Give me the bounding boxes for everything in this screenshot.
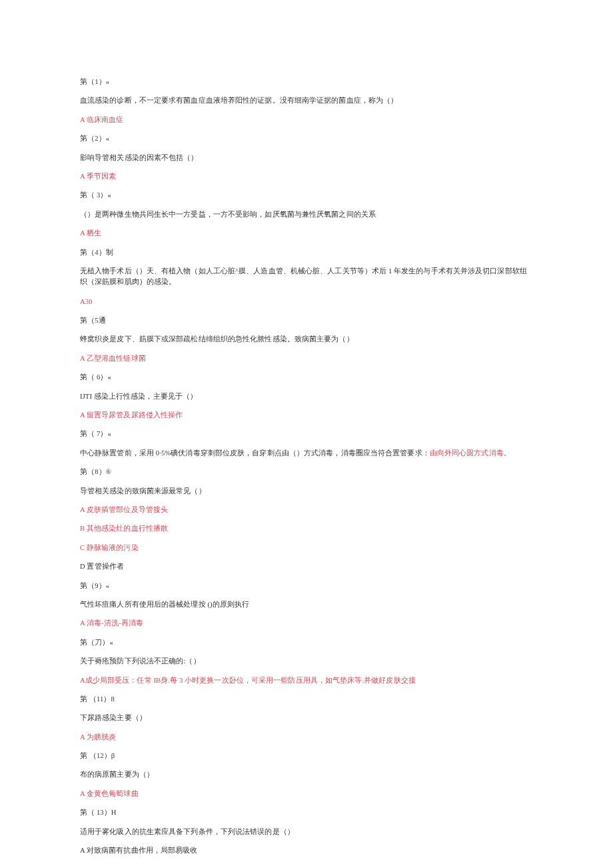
q-header: 第（1）« — [80, 77, 533, 87]
q-header: 第（ 3）« — [80, 190, 533, 201]
q-option: D 置管操作者 — [80, 561, 533, 572]
q-header: 第 （12）β — [80, 751, 533, 761]
q-header: 第（ 6）« — [80, 372, 533, 383]
q-body: 影响导管相关感染的因素不包括（） — [80, 153, 533, 163]
q-header: 第（4）制 — [80, 247, 533, 258]
q-answer: A 为膀胱炎 — [80, 732, 533, 743]
q-header: 第（8）® — [80, 467, 533, 477]
q-answer: A 留置导尿管及尿路侵入性操作 — [80, 410, 533, 421]
q-answer: A 临床南血症 — [80, 115, 533, 125]
q-option: A 皮肤插管部位及导管接头 — [80, 505, 533, 515]
q-answer: A 消毒-清洗-再消毒 — [80, 618, 533, 629]
q-option: B 其他感染灶的血行性播散 — [80, 523, 533, 534]
q-body: 布的病原菌主要为（） — [80, 769, 533, 780]
q-body: 下尿路感染主要（） — [80, 713, 533, 723]
q-answer: A30 — [80, 297, 533, 307]
q-body: 关于褥疮预防下列说法不正确的:（） — [80, 656, 533, 667]
q-body: IJTI 感染上行性感染，主要见于（） — [80, 391, 533, 402]
q-option: A 对致病菌有抗曲作用，局部易吸收 — [80, 845, 533, 856]
q-header: 第（刀）« — [80, 637, 533, 648]
q-header: 第（ 7）« — [80, 429, 533, 439]
q-header: 第（ 13）H — [80, 807, 533, 818]
q-answer: A 乙型溶血性链球菌 — [80, 353, 533, 364]
q-body: 血流感染的诊断，不一定要求有菌血症血液培养阳性的证据。没有细南学证据的菌血症，称… — [80, 95, 533, 106]
q-body: 导管相关感染的致病菌来源最常见（） — [80, 486, 533, 497]
q-header: 第 （11）8 — [80, 694, 533, 705]
q-option: C 静脉输液的污染 — [80, 543, 533, 553]
document-page: 第（1）« 血流感染的诊断，不一定要求有菌血症血液培养阳性的证据。没有细南学证据… — [0, 0, 613, 868]
q-body: 蜂窝织炎是皮下、筋膜下或深部疏松结缔组织的急性化脓性感染。致病菌主要为（） — [80, 334, 533, 345]
q-answer: A 季节因素 — [80, 171, 533, 182]
q-answer: A成少局部受压：任常 IB身.每 3 小时更换一次卧位，可采用一些防压用具，如气… — [80, 675, 533, 686]
q-body-text: 中心静脉置管前，采用 0∙5%碘伏消毒穿刺部位皮肤，自穿刺点由（）方式消毒，消毒… — [80, 449, 430, 457]
q-body: 中心静脉置管前，采用 0∙5%碘伏消毒穿刺部位皮肤，自穿刺点由（）方式消毒，消毒… — [80, 448, 533, 459]
q-body: 气性坏疽痛人所有使用后的器械处理按 ()的原则执行 — [80, 599, 533, 610]
q-body: 无植入物手术后（）天、有植入物（如人工心脏^膜、人造血管、机械心脏、人工关节等）… — [80, 266, 533, 287]
q-answer: A 金黄色葡萄球曲 — [80, 789, 533, 799]
q-body: （）是两种微生物共同生长中一方受益，一方不受影响，如厌氧菌与兼性厌氧菌之间的关系 — [80, 209, 533, 220]
q-answer-inline: 由向外同心圆方式消毒。 — [430, 449, 511, 457]
q-header: 第（9）« — [80, 581, 533, 591]
q-answer: A 栖生 — [80, 228, 533, 239]
q-body: 适用于雾化吸入的抗生素应具备下列条件，下列说法错误的是（） — [80, 827, 533, 837]
q-header: 第（2）« — [80, 133, 533, 144]
q-header: 第（5通 — [80, 315, 533, 326]
